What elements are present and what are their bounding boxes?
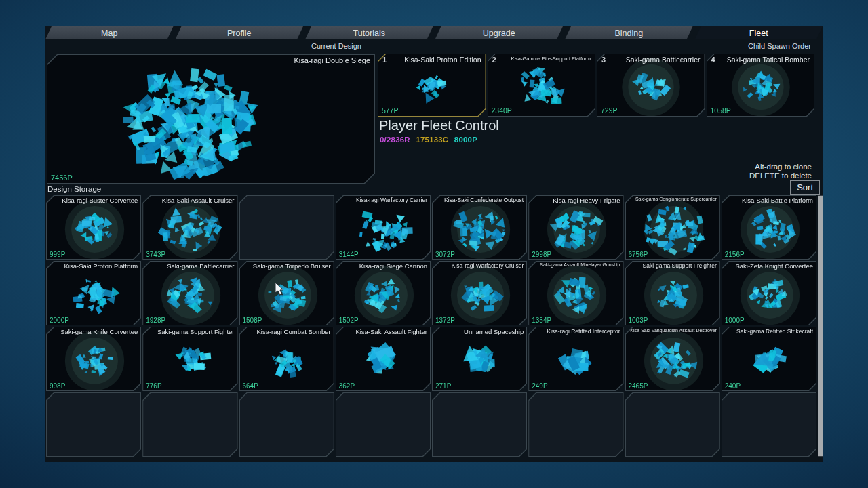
design-storage-label: Design Storage <box>47 185 101 193</box>
design-slot[interactable]: Kisa-ragi Buster Corvertee 999P <box>46 195 141 260</box>
design-slot-empty[interactable] <box>239 392 334 457</box>
design-slot-ship-name: Kisa-Saki Assault Cruiser <box>162 197 235 204</box>
design-slot[interactable]: Kisa-ragi Warfactory Carrier 3144P <box>336 195 431 260</box>
design-slot-points: 240P <box>725 382 741 390</box>
tab-tutorials[interactable]: Tutorials <box>305 26 433 39</box>
design-slot-empty[interactable] <box>722 392 816 457</box>
spawn-slot-number: 2 <box>492 56 496 64</box>
design-slot-ship-name: Saki-gama Battlecarrier <box>167 262 234 270</box>
design-slot[interactable]: Kisa-Saki Battle Platform 2156P <box>722 195 816 260</box>
design-slot[interactable]: Saki-gama Support Fighter 776P <box>142 327 237 391</box>
design-slot-ship-name: Kisa-ragi Refitted Interceptor <box>547 328 620 335</box>
design-slot-ship-art <box>143 327 239 390</box>
mouse-cursor <box>275 283 287 296</box>
tab-upgrade[interactable]: Upgrade <box>435 26 564 39</box>
resource-p: 8000P <box>454 136 477 144</box>
design-slot-ship-name: Saki-gama Refitted Strikecraft <box>736 328 813 335</box>
page-title: Player Fleet Control <box>379 118 499 134</box>
design-slot-ship-art <box>47 327 142 390</box>
design-slot-points: 1354P <box>532 317 551 324</box>
design-slot-ship-art <box>529 262 625 325</box>
design-slot-points: 998P <box>50 382 65 390</box>
design-slot[interactable]: Kisa-Saki Vanguardian Assault Destroyer … <box>625 327 720 391</box>
design-slot[interactable]: Kisa-ragi Heavy Frigate 2998P <box>528 195 623 260</box>
design-slot[interactable]: Kisa-Saki Proton Platform 2000P <box>46 261 141 325</box>
design-slot-ship-art <box>722 196 818 259</box>
design-slot-empty[interactable] <box>142 392 237 457</box>
design-slot-ship-name: Kisa-Saki Assault Fighter <box>355 328 427 336</box>
design-slot[interactable]: Saki-gama Knife Corvertee 998P <box>46 327 141 391</box>
design-slot[interactable]: Saki-gama Refitted Strikecraft 240P <box>722 327 816 391</box>
tab-profile[interactable]: Profile <box>176 26 304 39</box>
storage-scrollbar[interactable] <box>818 195 823 457</box>
spawn-slot-1[interactable]: 1 Kisa-Saki Proton Edition 577P <box>378 54 486 117</box>
design-slot-empty[interactable] <box>528 392 623 457</box>
design-slot-points: 2156P <box>725 251 745 258</box>
spawn-slot-number: 1 <box>382 56 387 64</box>
design-slot-points: 1003P <box>629 317 648 324</box>
design-slot[interactable]: Saki-Zeta Knight Corvertee 1000P <box>722 261 816 325</box>
spawn-slot-2[interactable]: 2 Kisa-Gamma Fire-Support Platform 2340P <box>488 54 596 117</box>
design-slot-points: 664P <box>243 382 258 390</box>
design-slot-ship-name: Kisa-ragi Warfactory Cruiser <box>452 262 524 269</box>
spawn-slot-number: 4 <box>711 56 715 64</box>
tab-map[interactable]: Map <box>45 26 174 39</box>
tab-fleet[interactable]: Fleet <box>695 26 823 39</box>
design-slot-ship-art <box>626 196 722 259</box>
current-design-ship-art <box>47 55 374 183</box>
design-slot-empty[interactable] <box>239 195 334 260</box>
design-slot[interactable]: Kisa-Saki Assault Cruiser 3743P <box>142 195 237 260</box>
design-slot[interactable]: Saki-gama Conglomerate Supercarrier 6756… <box>625 195 720 260</box>
design-slot-ship-art <box>626 262 722 325</box>
design-slot-points: 6756P <box>629 251 648 258</box>
design-slot-ship-name: Saki-gama Knife Corvertee <box>60 328 138 336</box>
design-slot-ship-art <box>626 327 722 390</box>
design-slot-ship-art <box>529 196 625 259</box>
design-slot-points: 3144P <box>339 251 359 258</box>
design-slot-points: 271P <box>435 382 451 390</box>
design-slot-points: 3743P <box>146 251 165 258</box>
design-slot-ship-name: Saki-gama Conglomerate Supercarrier <box>635 197 717 201</box>
design-slot-empty[interactable] <box>46 392 141 457</box>
design-slot-ship-art <box>722 262 818 325</box>
design-slot-ship-art <box>240 327 336 390</box>
design-slot-ship-name: Saki-gama Support Fighter <box>157 328 235 336</box>
design-slot-empty[interactable] <box>432 392 527 457</box>
design-slot[interactable]: Kisa-Saki Assault Fighter 362P <box>336 327 431 391</box>
design-slot-ship-name: Saki-gama Support Freighter <box>643 262 717 269</box>
design-slot[interactable]: Unnamed Spaceship 271P <box>432 327 527 391</box>
design-slot-ship-art <box>433 196 528 259</box>
design-slot-points: 999P <box>50 251 65 258</box>
design-slot[interactable]: Saki-gama Battlecarrier 1928P <box>142 261 237 325</box>
child-spawn-slots: 1 Kisa-Saki Proton Edition 577P 2 Kisa-G… <box>378 54 814 117</box>
design-slot-ship-name: Kisa-Saki Vanguardian Assault Destroyer <box>630 328 717 333</box>
design-slot-points: 2465P <box>629 382 648 390</box>
hint-delete: DELETE to delete <box>749 171 812 180</box>
design-slot[interactable]: Kisa-ragi Siege Cannon 1502P <box>336 261 431 325</box>
spawn-slot-4[interactable]: 4 Saki-gama Tatical Bomber 1058P <box>707 54 815 117</box>
resource-r: 0/2836R <box>380 136 410 144</box>
design-slot[interactable]: Saki-gama Assault Minelayer Gunship 1354… <box>528 261 623 325</box>
spawn-slot-ship-name: Kisa-Gamma Fire-Support Platform <box>511 56 591 62</box>
design-slot-points: 3072P <box>435 251 455 258</box>
design-slot-points: 249P <box>532 382 547 390</box>
design-slot[interactable]: Kisa-ragi Combat Bomber 664P <box>239 327 334 391</box>
design-slot-empty[interactable] <box>625 392 720 457</box>
spawn-slot-3[interactable]: 3 Saki-gama Battlecarrier 729P <box>597 54 705 117</box>
design-slot[interactable]: Saki-gama Support Freighter 1003P <box>625 261 720 325</box>
design-slot[interactable]: Kisa-ragi Warfactory Cruiser 1372P <box>432 261 527 325</box>
spawn-slot-number: 3 <box>601 56 606 64</box>
tab-binding[interactable]: Binding <box>565 26 693 39</box>
design-slot[interactable]: Kisa-ragi Refitted Interceptor 249P <box>528 327 623 391</box>
design-slot-ship-name: Saki-gama Assault Minelayer Gunship <box>540 262 620 267</box>
design-slot-empty[interactable] <box>336 392 431 457</box>
design-slot-ship-name: Kisa-ragi Combat Bomber <box>256 328 330 336</box>
design-slot-ship-art <box>143 262 239 325</box>
sort-button[interactable]: Sort <box>790 180 820 195</box>
fleet-window: MapProfileTutorialsUpgradeBindingFleet C… <box>45 26 823 462</box>
design-slot[interactable]: Kisa-Saki Confederate Outpost 3072P <box>432 195 527 260</box>
design-slot-points: 1000P <box>725 317 745 324</box>
design-slot-ship-art <box>336 262 432 325</box>
design-slot-points: 362P <box>339 382 355 390</box>
design-slot-points: 2998P <box>532 251 551 258</box>
